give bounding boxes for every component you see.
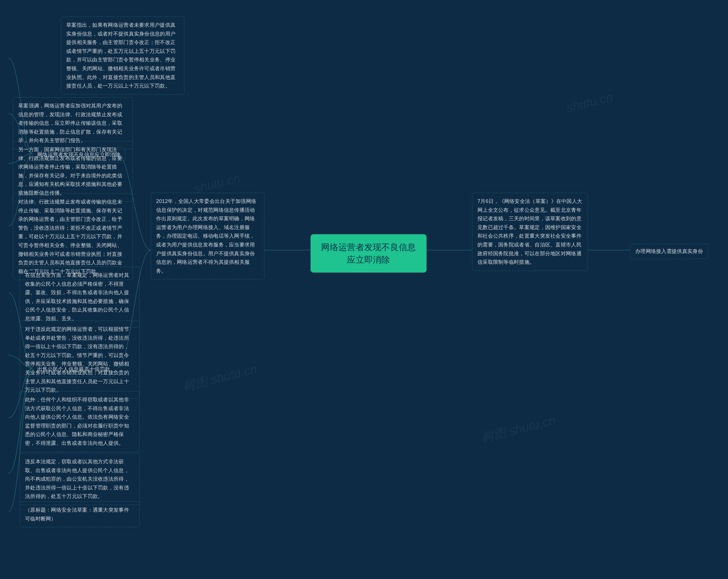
branch2-item-2[interactable]: 此外，任何个人和组织不得窃取或者以其他非法方式获取公民个人信息，不得出售或者非法… (20, 391, 140, 452)
center-node[interactable]: 网络运营者发现不良信息 应立即消除 (311, 234, 426, 273)
b2-item-2-text: 此外，任何个人和组织不得窃取或者以其他非法方式获取公民个人信息，不得出售或者非法… (25, 397, 129, 446)
left-intro-node[interactable]: 2012年，全国人大常委会出台关于加强网络信息保护的决定，对规范网络信息传播活动… (151, 193, 264, 279)
b2-item-0-text: 在信息安全方面，草案规定，网络运营者对其收集的公民个人信息必须严格保密，不得泄露… (25, 272, 129, 322)
center-line2: 应立即消除 (347, 255, 390, 264)
branch2-item-0[interactable]: 在信息安全方面，草案规定，网络运营者对其收集的公民个人信息必须严格保密，不得泄露… (20, 267, 140, 327)
center-line1: 网络运营者发现不良信息 (321, 243, 416, 252)
right-intro-node[interactable]: 7月6日，《网络安全法（草案）》在中国人大网上全文公布，征求公众意见。截至北京青… (472, 193, 588, 271)
b1-item-0-text: 草案指出，如果有网络运营者未要求用户提供真实身份信息，或者对不提供真实身份信息的… (66, 22, 176, 89)
right-id-text: 办理网络接入需提供真实身份 (635, 248, 703, 254)
branch1-item-2[interactable]: 另一方面，国家网信部门和有关部门发现法律、行政法规禁止发布或者传输的信息，应要求… (13, 141, 133, 202)
right-intro-text: 7月6日，《网络安全法（草案）》在中国人大网上全文公布，征求公众意见。截至北京青… (477, 198, 582, 265)
branch1-item-0[interactable]: 草案指出，如果有网络运营者未要求用户提供真实身份信息，或者对不提供真实身份信息的… (61, 17, 184, 95)
b1-item-1-text: 草案强调，网络运营者应加强对其用户发布的信息的管理，发现法律、行政法规禁止发布或… (18, 103, 122, 143)
b2-item-4-text: （原标题：网络安全法草案：遇重大突发事件可临时断网） (25, 507, 129, 522)
b1-item-3-text: 对法律、行政法规禁止发布或者传输的信息未停止传输、采取消除等处置措施、保存有关记… (18, 199, 122, 274)
b1-item-2-text: 另一方面，国家网信部门和有关部门发现法律、行政法规禁止发布或者传输的信息，应要求… (18, 147, 122, 196)
branch2-item-3[interactable]: 违反本法规定，窃取或者以其他方式非法获取、出售或者非法向他人提供公民个人信息，尚… (20, 453, 140, 505)
b2-item-3-text: 违反本法规定，窃取或者以其他方式非法获取、出售或者非法向他人提供公民个人信息，尚… (25, 459, 129, 499)
b2-item-1-text: 对于违反此规定的网络运营者，可以根据情节单处或者并处警告，没收违法所得，处违法所… (25, 326, 129, 393)
left-intro-text: 2012年，全国人大常委会出台关于加强网络信息保护的决定，对规范网络信息传播活动… (156, 198, 256, 274)
branch2-item-4[interactable]: （原标题：网络安全法草案：遇重大突发事件可临时断网） (20, 501, 140, 527)
right-id-node[interactable]: 办理网络接入需提供真实身份 (630, 244, 708, 259)
branch2-item-1[interactable]: 对于违反此规定的网络运营者，可以根据情节单处或者并处警告，没收违法所得，处违法所… (20, 321, 140, 399)
